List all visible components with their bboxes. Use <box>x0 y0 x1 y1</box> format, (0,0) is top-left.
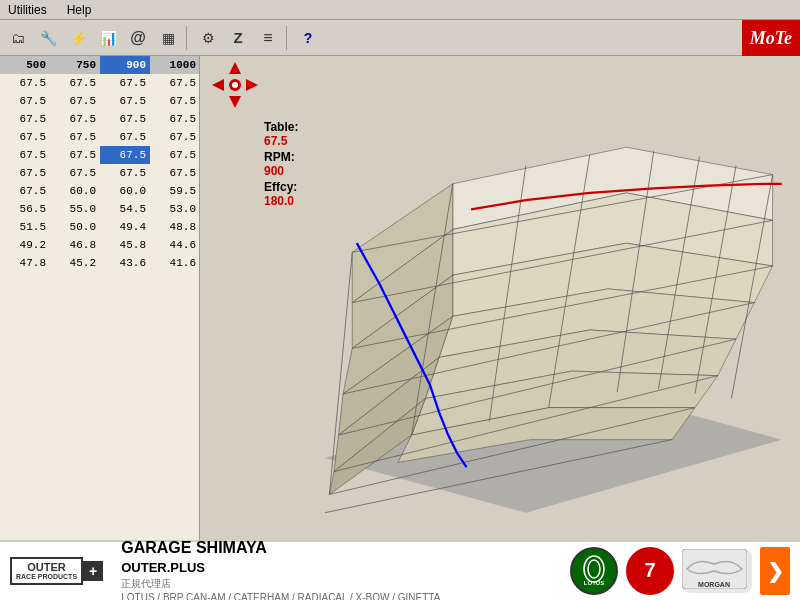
data-table: 500 750 900 1000 67.5 67.5 67.5 67.5 67.… <box>0 56 199 272</box>
table-row[interactable]: 56.5 <box>0 200 50 218</box>
settings-icon[interactable]: ⚙ <box>194 24 222 52</box>
table-row[interactable]: 48.8 <box>150 218 200 236</box>
garage-brands: LOTUS / BRP CAN-AM / CATERHAM / RADIACAL… <box>121 591 440 600</box>
table-row[interactable]: 67.5 <box>100 128 150 146</box>
table-row[interactable]: 67.5 <box>50 164 100 182</box>
svg-text:MORGAN: MORGAN <box>698 581 730 588</box>
at-icon[interactable]: @ <box>124 24 152 52</box>
svg-text:7: 7 <box>644 559 655 581</box>
separator-1 <box>186 26 190 50</box>
table-row[interactable]: 67.5 <box>100 74 150 92</box>
svg-marker-1 <box>229 96 241 108</box>
svg-marker-2 <box>212 79 224 91</box>
menubar: Utilities Help <box>0 0 800 20</box>
table-row[interactable]: 43.6 <box>100 254 150 272</box>
table-row[interactable]: 67.5 <box>50 92 100 110</box>
garage-sub: 正規代理店 <box>121 577 440 591</box>
chart-panel: Table: 67.5 RPM: 900 Effcy: 180.0 <box>200 56 800 540</box>
table-row[interactable]: 67.5 <box>100 92 150 110</box>
col-header-900[interactable]: 900 <box>100 56 150 74</box>
table-row[interactable]: 59.5 <box>150 182 200 200</box>
svg-marker-3 <box>246 79 258 91</box>
surface-chart <box>270 56 800 540</box>
table-row[interactable]: 67.5 <box>150 110 200 128</box>
mote-logo: MoTe <box>742 20 800 56</box>
help-icon[interactable]: ? <box>294 24 322 52</box>
garage-info: GARAGE SHIMAYA OUTER.PLUS 正規代理店 LOTUS / … <box>121 537 440 600</box>
col-header-750[interactable]: 750 <box>50 56 100 74</box>
svg-marker-0 <box>229 62 241 74</box>
table-row[interactable]: 50.0 <box>50 218 100 236</box>
caterham-logo: 7 <box>626 547 674 595</box>
toolbar: 🗂 🔧 ⚡ 📊 @ ▦ ⚙ Z ≡ ? MoTe <box>0 20 800 56</box>
bolt-icon[interactable]: ⚡ <box>64 24 92 52</box>
lotus-logo: LOTUS <box>570 547 618 595</box>
svg-text:LOTUS: LOTUS <box>584 580 604 586</box>
garage-url: OUTER.PLUS <box>121 559 440 577</box>
table-row[interactable]: 67.5 <box>0 182 50 200</box>
table-row[interactable]: 46.8 <box>50 236 100 254</box>
table-row[interactable]: 67.5 <box>50 128 100 146</box>
footer: OUTER RACE PRODUCTS + GARAGE SHIMAYA OUT… <box>0 540 800 600</box>
table-row[interactable]: 45.2 <box>50 254 100 272</box>
table-row[interactable]: 67.5 <box>50 146 100 164</box>
outer-text: OUTER RACE PRODUCTS <box>10 557 83 585</box>
table-row[interactable]: 67.5 <box>50 110 100 128</box>
nav-arrows[interactable] <box>210 60 260 110</box>
table-row[interactable]: 67.5 <box>100 110 150 128</box>
table-row[interactable]: 67.5 <box>0 110 50 128</box>
table-row[interactable]: 67.5 <box>0 164 50 182</box>
garage-name: GARAGE SHIMAYA <box>121 537 440 559</box>
svg-point-5 <box>232 82 238 88</box>
table-row[interactable]: 67.5 <box>150 164 200 182</box>
table-row[interactable]: 41.6 <box>150 254 200 272</box>
morgan-logo: MORGAN <box>682 549 752 593</box>
table-row[interactable]: 67.5 <box>0 74 50 92</box>
col-header-1000[interactable]: 1000 <box>150 56 200 74</box>
graph-icon[interactable]: 📊 <box>94 24 122 52</box>
table-row[interactable]: 49.2 <box>0 236 50 254</box>
open-icon[interactable]: 🗂 <box>4 24 32 52</box>
next-arrow-button[interactable]: ❯ <box>760 547 790 595</box>
separator-2 <box>286 26 290 50</box>
table-row[interactable]: 44.6 <box>150 236 200 254</box>
table-row[interactable]: 60.0 <box>100 182 150 200</box>
table-row[interactable]: 54.5 <box>100 200 150 218</box>
table-row[interactable]: 67.5 <box>150 74 200 92</box>
table-row[interactable]: 49.4 <box>100 218 150 236</box>
table-row[interactable]: 67.5 <box>150 128 200 146</box>
table-row[interactable]: 51.5 <box>0 218 50 236</box>
menu-help[interactable]: Help <box>63 2 96 18</box>
brand-logos: LOTUS 7 MORGAN ❯ <box>570 547 790 595</box>
table-row[interactable]: 45.8 <box>100 236 150 254</box>
list-icon[interactable]: ≡ <box>254 24 282 52</box>
table-row[interactable]: 67.5 <box>100 164 150 182</box>
table-row[interactable]: 47.8 <box>0 254 50 272</box>
outer-plus-logo: OUTER RACE PRODUCTS + <box>10 557 103 585</box>
main-area: 500 750 900 1000 67.5 67.5 67.5 67.5 67.… <box>0 56 800 540</box>
table-row[interactable]: 67.5 <box>0 146 50 164</box>
col-header-500[interactable]: 500 <box>0 56 50 74</box>
table-row[interactable]: 67.5 <box>0 92 50 110</box>
table-row[interactable]: 55.0 <box>50 200 100 218</box>
menu-utilities[interactable]: Utilities <box>4 2 51 18</box>
table-cell-highlighted[interactable]: 67.5 <box>100 146 150 164</box>
table-row[interactable]: 53.0 <box>150 200 200 218</box>
table-row[interactable]: 67.5 <box>150 146 200 164</box>
table-row[interactable]: 67.5 <box>150 92 200 110</box>
table-row[interactable]: 67.5 <box>50 74 100 92</box>
table-row[interactable]: 67.5 <box>0 128 50 146</box>
table-panel: 500 750 900 1000 67.5 67.5 67.5 67.5 67.… <box>0 56 200 540</box>
z-icon[interactable]: Z <box>224 24 252 52</box>
plus-icon: + <box>83 561 103 581</box>
wrench-icon[interactable]: 🔧 <box>34 24 62 52</box>
table-icon[interactable]: ▦ <box>154 24 182 52</box>
table-row[interactable]: 60.0 <box>50 182 100 200</box>
